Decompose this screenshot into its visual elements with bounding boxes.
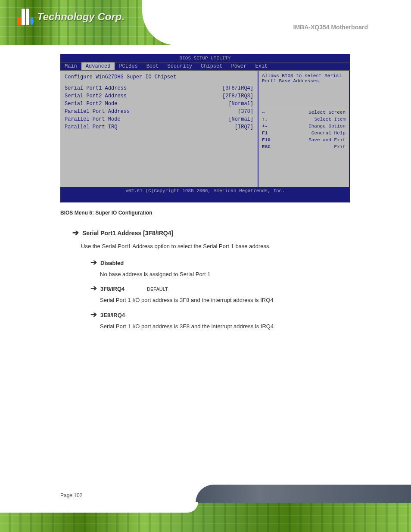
figure-caption: BIOS Menu 6: Super IO Configuration [60,209,350,217]
brand-logo: Technology Corp. [17,9,125,25]
sub-option-label: 3F8/IRQ4 [100,285,143,293]
bios-tab-chipset[interactable]: Chipset [196,62,227,70]
footer-circuit-band [0,485,411,532]
bios-tab-pcibus[interactable]: PCIBus [115,62,142,70]
sub-option-label: Disabled [100,259,143,268]
option-header: ➔ Serial Port1 Address [3F8/IRQ4] [72,227,350,239]
option-name: Serial Port1 Address [3F8/IRQ4] [82,229,173,238]
arrow-right-icon: ➔ [72,227,79,239]
sub-option: ➔ Disabled [90,257,350,268]
arrow-right-icon: ➔ [90,309,97,320]
bios-right-panel: Allows BIOS to select Serial Port1 Base … [258,71,349,187]
sub-option-default: DEFAULT [147,286,168,293]
option-desc: Use the Serial Port1 Address option to s… [81,242,350,251]
bios-tab-main[interactable]: Main [60,62,81,70]
bios-tab-boot[interactable]: Boot [142,62,163,70]
page-number: Page 102 [60,492,82,498]
bios-screenshot: BIOS SETUP UTILITY Main Advanced PCIBus … [60,54,350,202]
bios-tab-bar: Main Advanced PCIBus Boot Security Chips… [60,62,350,71]
bios-row: Serial Port2 Mode[Normal] [65,100,253,108]
bios-tab-power[interactable]: Power [227,62,251,70]
bios-footer: v02.61 (C)Copyright 1985-2006, American … [60,187,350,195]
bios-row: Parallel Port IRQ[IRQ7] [65,123,253,131]
bios-hint: Allows BIOS to select Serial Port1 Base … [262,73,346,84]
bios-title: BIOS SETUP UTILITY [60,54,350,62]
doc-body: BIOS Menu 6: Super IO Configuration ➔ Se… [60,209,350,334]
bios-tab-security[interactable]: Security [163,62,196,70]
bios-tab-advanced[interactable]: Advanced [81,62,115,70]
bios-row: Serial Port2 Address[2F8/IRQ3] [65,92,253,100]
bios-left-panel: Configure Win627DHG Super IO Chipset Ser… [60,71,258,187]
arrow-right-icon: ➔ [90,257,97,268]
sub-option: ➔ 3F8/IRQ4 DEFAULT [90,283,350,294]
brand-text: Technology Corp. [37,11,125,23]
bios-row: Serial Port1 Address[3F8/IRQ4] [65,84,253,92]
bios-row: Parallel Port Mode[Normal] [65,115,253,123]
sub-option-desc: Serial Port 1 I/O port address is 3F8 an… [100,296,350,305]
sub-option-desc: Serial Port 1 I/O port address is 3E8 an… [100,322,350,331]
bios-row: Parallel Port Address[378] [65,108,253,115]
arrow-right-icon: ➔ [90,283,97,294]
sub-option-label: 3E8/IRQ4 [100,311,143,320]
bios-tab-exit[interactable]: Exit [251,62,272,70]
bios-row: Configure Win627DHG Super IO Chipset [65,73,253,81]
doc-title: IMBA-XQ354 Motherboard [293,24,368,31]
sub-option-desc: No base address is assigned to Serial Po… [100,270,350,279]
sub-option: ➔ 3E8/IRQ4 [90,309,350,320]
